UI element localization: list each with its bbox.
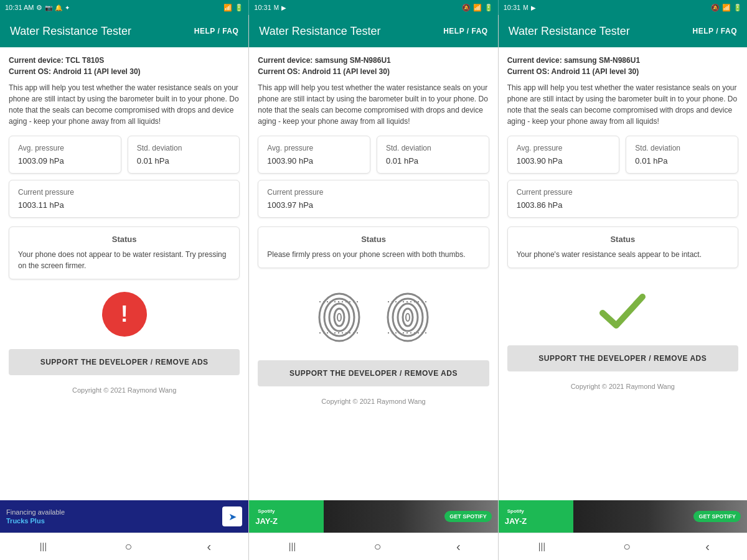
status-card-1: Status Your phone does not appear to be … <box>9 226 240 279</box>
nav-recent-2[interactable]: ⫼ <box>286 539 299 554</box>
device-info-1: Current device: TCL T810S <box>9 56 240 65</box>
spotify-logo-2: Spotify <box>255 507 278 515</box>
media-icon: ▶ <box>281 4 286 11</box>
time-3: 10:31 <box>504 4 521 11</box>
copyright-3: Copyright © 2021 Raymond Wang <box>507 378 738 395</box>
std-label-2: Std. deviation <box>386 144 480 152</box>
pressure-row-2: Avg. pressure 1003.90 hPa Std. deviation… <box>258 136 489 174</box>
spotify-artist-3: JAY-Z <box>505 516 527 526</box>
wifi-icon: 📶 <box>223 4 232 12</box>
current-pressure-card-2: Current pressure 1003.97 hPa <box>258 180 489 218</box>
nav-recent-1[interactable]: ⫼ <box>37 539 50 554</box>
current-pressure-label-3: Current pressure <box>517 188 729 197</box>
nav-back-1[interactable]: ‹ <box>207 539 212 554</box>
spotify-artist-2: JAY-Z <box>255 516 278 526</box>
help-link-1[interactable]: HELP / FAQ <box>194 27 238 35</box>
nav-home-3[interactable]: ○ <box>623 539 631 554</box>
current-pressure-label-2: Current pressure <box>267 188 479 197</box>
instagram-icon: 📷 <box>45 4 52 11</box>
avg-pressure-value-1: 1003.09 hPa <box>18 156 112 166</box>
std-label-3: Std. deviation <box>635 144 729 152</box>
avg-pressure-value-2: 1003.90 hPa <box>267 156 361 166</box>
app-title-2: Water Resistance Tester <box>259 25 380 38</box>
ad-banner-1[interactable]: Financing available Trucks Plus ➤ <box>0 500 248 533</box>
nav-recent-3[interactable]: ⫼ <box>536 539 548 554</box>
spotify-logo-3: Spotify <box>505 507 527 515</box>
copyright-1: Copyright © 2021 Raymond Wang <box>9 381 240 399</box>
svg-point-4 <box>337 314 341 321</box>
status-bar-left-2: 10:31 M ▶ <box>254 4 286 11</box>
checkmark-area <box>507 277 738 345</box>
std-deviation-card-2: Std. deviation 0.01 hPa <box>377 136 489 174</box>
ad-brand-1: Trucks Plus <box>6 517 65 525</box>
support-button-1[interactable]: SUPPORT THE DEVELOPER / REMOVE ADS <box>9 349 240 375</box>
avg-pressure-card-3: Avg. pressure 1003.90 hPa <box>507 136 620 174</box>
status-text-3: Your phone's water resistance seals appe… <box>517 249 729 260</box>
os-info-2: Current OS: Android 11 (API level 30) <box>258 67 489 76</box>
avg-pressure-value-3: 1003.90 hPa <box>517 156 611 166</box>
status-title-1: Status <box>18 235 230 244</box>
extra-icon: ✦ <box>65 4 70 11</box>
time-1: 10:31 AM <box>5 4 34 11</box>
avg-pressure-card-2: Avg. pressure 1003.90 hPa <box>258 136 370 174</box>
app-header-3: Water Resistance Tester HELP / FAQ <box>499 15 747 47</box>
app-header-2: Water Resistance Tester HELP / FAQ <box>249 15 497 47</box>
spotify-ad-2[interactable]: Spotify JAY-Z GET SPOTIFY <box>249 500 497 533</box>
current-pressure-value-1: 1003.11 hPa <box>18 200 230 210</box>
help-link-2[interactable]: HELP / FAQ <box>443 27 487 35</box>
device-info-3: Current device: samsung SM-N986U1 <box>507 56 738 65</box>
panel-1: Water Resistance Tester HELP / FAQ Curre… <box>0 15 249 560</box>
description-2: This app will help you test whether the … <box>258 82 489 127</box>
time-2: 10:31 <box>254 4 271 11</box>
battery-icon-2: 🔋 <box>484 4 493 12</box>
description-1: This app will help you test whether the … <box>9 82 240 127</box>
notification-icon: 🔔 <box>55 4 62 11</box>
panel-3: Water Resistance Tester HELP / FAQ Curre… <box>499 15 747 560</box>
error-icon-1: ! <box>102 292 147 337</box>
std-deviation-card-1: Std. deviation 0.01 hPa <box>128 136 240 174</box>
nav-home-2[interactable]: ○ <box>374 539 382 554</box>
nav-home-1[interactable]: ○ <box>125 539 132 554</box>
settings-icon: ⚙ <box>36 4 42 12</box>
status-text-2: Please firmly press on your phone screen… <box>267 249 479 260</box>
pressure-row-1: Avg. pressure 1003.09 hPa Std. deviation… <box>9 136 240 174</box>
app-title-1: Water Resistance Tester <box>10 25 131 38</box>
status-card-3: Status Your phone's water resistance sea… <box>507 226 738 268</box>
spotify-cta-3[interactable]: GET SPOTIFY <box>693 511 741 522</box>
nav-bar-3: ⫼ ○ ‹ <box>499 533 747 560</box>
std-label-1: Std. deviation <box>137 144 231 152</box>
panel-content-2: Current device: samsung SM-N986U1 Curren… <box>249 47 497 500</box>
help-link-3[interactable]: HELP / FAQ <box>693 27 737 35</box>
support-button-2[interactable]: SUPPORT THE DEVELOPER / REMOVE ADS <box>258 360 489 386</box>
check-icon <box>598 289 647 333</box>
fingerprint-right[interactable] <box>383 289 433 348</box>
current-pressure-label-1: Current pressure <box>18 188 230 197</box>
avg-pressure-label-2: Avg. pressure <box>267 144 361 152</box>
support-button-3[interactable]: SUPPORT THE DEVELOPER / REMOVE ADS <box>507 345 738 371</box>
mute-icon-3: 🔕 <box>711 4 720 12</box>
spotify-ad-3[interactable]: Spotify JAY-Z GET SPOTIFY <box>499 500 747 533</box>
mail-icon-3: M <box>523 4 528 11</box>
std-value-2: 0.01 hPa <box>386 156 480 166</box>
ad-info-1: Financing available Trucks Plus <box>6 508 65 525</box>
current-pressure-value-3: 1003.86 hPa <box>517 200 729 210</box>
panel-content-3: Current device: samsung SM-N986U1 Curren… <box>499 47 747 500</box>
std-deviation-card-3: Std. deviation 0.01 hPa <box>626 136 738 174</box>
status-text-1: Your phone does not appear to be water r… <box>18 249 230 271</box>
os-info-1: Current OS: Android 11 (API level 30) <box>9 67 240 76</box>
nav-back-2[interactable]: ‹ <box>456 539 461 554</box>
status-card-2: Status Please firmly press on your phone… <box>258 226 489 268</box>
svg-point-11 <box>406 314 410 321</box>
std-value-3: 0.01 hPa <box>635 156 729 166</box>
copyright-2: Copyright © 2021 Raymond Wang <box>258 393 489 410</box>
nav-bar-1: ⫼ ○ ‹ <box>0 533 248 560</box>
status-bar-left-1: 10:31 AM ⚙ 📷 🔔 ✦ <box>5 4 70 12</box>
pressure-row-3: Avg. pressure 1003.90 hPa Std. deviation… <box>507 136 738 174</box>
status-title-3: Status <box>517 235 729 244</box>
avg-pressure-label-1: Avg. pressure <box>18 144 112 152</box>
fingerprint-left[interactable] <box>314 289 364 348</box>
battery-icon-3: 🔋 <box>733 4 742 12</box>
spotify-cta-2[interactable]: GET SPOTIFY <box>444 511 492 522</box>
nav-back-3[interactable]: ‹ <box>705 539 710 554</box>
trucks-logo-icon: ➤ <box>222 506 242 526</box>
